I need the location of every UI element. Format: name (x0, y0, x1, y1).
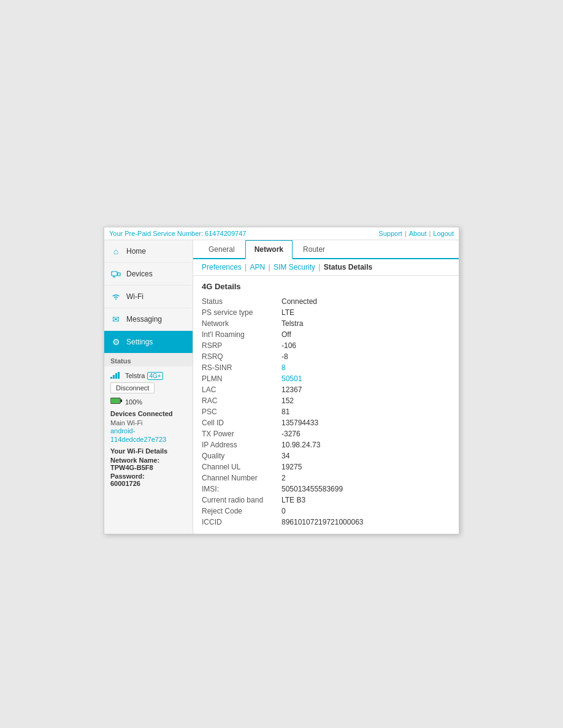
detail-label: Current radio band (202, 495, 282, 506)
detail-value: 12367 (282, 384, 450, 395)
svg-rect-4 (110, 377, 112, 379)
svg-rect-9 (120, 400, 122, 403)
detail-label: RAC (202, 395, 282, 406)
detail-value: -3276 (282, 428, 450, 439)
table-row: TX Power-3276 (202, 428, 450, 439)
table-row: PSC81 (202, 406, 450, 417)
disconnect-button[interactable]: Disconnect (110, 382, 155, 393)
sidebar-label-wifi: Wi-Fi (126, 292, 144, 301)
detail-label: IMSI: (202, 483, 282, 495)
table-row: Current radio bandLTE B3 (202, 495, 450, 506)
battery-icon (110, 397, 123, 406)
detail-label: Reject Code (202, 506, 282, 517)
network-type-badge: 4G+ (147, 372, 163, 380)
battery-row: 100% (110, 397, 186, 406)
support-link[interactable]: Support (378, 230, 402, 237)
section-title: 4G Details (202, 282, 450, 291)
detail-label: Channel Number (202, 472, 282, 483)
svg-rect-0 (112, 271, 117, 276)
sidebar-label-messaging: Messaging (126, 315, 162, 324)
sidebar: ⌂ Home Devices (104, 240, 193, 534)
table-row: StatusConnected (202, 296, 450, 307)
detail-table: StatusConnectedPS service typeLTENetwork… (202, 296, 450, 528)
detail-value: 8 (282, 362, 450, 373)
app-container: Your Pre-Paid Service Number: 6147420974… (104, 227, 459, 534)
device-type: Main Wi-Fi (110, 419, 186, 427)
sidebar-item-settings[interactable]: ⚙ Settings (104, 331, 193, 354)
settings-icon: ⚙ (110, 336, 121, 347)
subtab-sim-security[interactable]: SIM Security (274, 263, 315, 271)
telstra-label: Telstra (125, 372, 145, 379)
table-row: RSRP-106 (202, 340, 450, 351)
detail-label: RS-SINR (202, 362, 282, 373)
signal-icon (110, 371, 123, 380)
network-name-label: Network Name: (110, 457, 159, 464)
battery-percentage: 100% (125, 398, 142, 406)
detail-label: RSRQ (202, 351, 282, 362)
device-link[interactable]: android-114dedcde27e723 (110, 427, 166, 443)
devices-connected-label: Devices Connected (110, 410, 186, 417)
detail-value: LTE (282, 307, 450, 318)
detail-label: Cell ID (202, 417, 282, 428)
network-name-row: Network Name: TPW4G-B5F8 (110, 457, 186, 471)
detail-label: ICCID (202, 517, 282, 528)
table-row: Int'l RoamingOff (202, 329, 450, 340)
tab-router[interactable]: Router (294, 240, 334, 259)
subtab-status-details[interactable]: Status Details (324, 263, 372, 271)
status-telstra: Telstra 4G+ (110, 371, 186, 380)
content-area: General Network Router Preferences | APN… (193, 240, 459, 534)
sidebar-item-devices[interactable]: Devices (104, 263, 193, 286)
table-row: IP Address10.98.24.73 (202, 439, 450, 450)
detail-value: -8 (282, 351, 450, 362)
subtab-preferences[interactable]: Preferences (202, 263, 242, 271)
password-value: 60001726 (110, 480, 140, 487)
table-row: PS service typeLTE (202, 307, 450, 318)
sidebar-label-home: Home (126, 247, 146, 256)
detail-value: 81 (282, 406, 450, 417)
table-row: LAC12367 (202, 384, 450, 395)
svg-rect-1 (118, 273, 120, 276)
tab-network[interactable]: Network (245, 240, 293, 259)
detail-label: RSRP (202, 340, 282, 351)
detail-label: Channel UL (202, 461, 282, 472)
detail-value: Connected (282, 296, 450, 307)
detail-label: PS service type (202, 307, 282, 318)
sidebar-label-settings: Settings (126, 338, 153, 346)
table-row: IMSI:505013455583699 (202, 483, 450, 495)
detail-value: 10.98.24.73 (282, 439, 450, 450)
network-name-value: TPW4G-B5F8 (110, 464, 153, 471)
messaging-icon: ✉ (110, 314, 121, 325)
tab-general[interactable]: General (199, 240, 244, 259)
service-number: Your Pre-Paid Service Number: 6147420974… (109, 230, 246, 237)
sidebar-item-home[interactable]: ⌂ Home (104, 240, 193, 263)
detail-value: Telstra (282, 318, 450, 329)
sidebar-label-devices: Devices (126, 270, 153, 278)
home-icon: ⌂ (110, 246, 121, 257)
svg-rect-5 (113, 375, 115, 379)
sidebar-status-section: Status (104, 354, 193, 366)
password-row: Password: 60001726 (110, 472, 186, 487)
logout-link[interactable]: Logout (433, 230, 454, 237)
detail-value: 19275 (282, 461, 450, 472)
sidebar-item-messaging[interactable]: ✉ Messaging (104, 308, 193, 331)
svg-rect-7 (118, 372, 120, 379)
svg-rect-8 (110, 398, 120, 403)
detail-label: Int'l Roaming (202, 329, 282, 340)
table-row: Reject Code0 (202, 506, 450, 517)
detail-value: 34 (282, 450, 450, 461)
table-row: Channel UL19275 (202, 461, 450, 472)
sidebar-item-wifi[interactable]: Wi-Fi (104, 286, 193, 308)
status-section: Telstra 4G+ Disconnect 100% Devices Conn… (104, 366, 193, 493)
table-row: NetworkTelstra (202, 318, 450, 329)
table-row: Cell ID135794433 (202, 417, 450, 428)
detail-label: Quality (202, 450, 282, 461)
subtab-apn[interactable]: APN (250, 263, 266, 271)
password-label: Password: (110, 472, 145, 480)
detail-label: PSC (202, 406, 282, 417)
tabs-row: General Network Router (193, 240, 459, 259)
detail-label: PLMN (202, 373, 282, 384)
detail-value: 2 (282, 472, 450, 483)
about-link[interactable]: About (409, 230, 427, 237)
detail-label: IP Address (202, 439, 282, 450)
table-row: RS-SINR8 (202, 362, 450, 373)
